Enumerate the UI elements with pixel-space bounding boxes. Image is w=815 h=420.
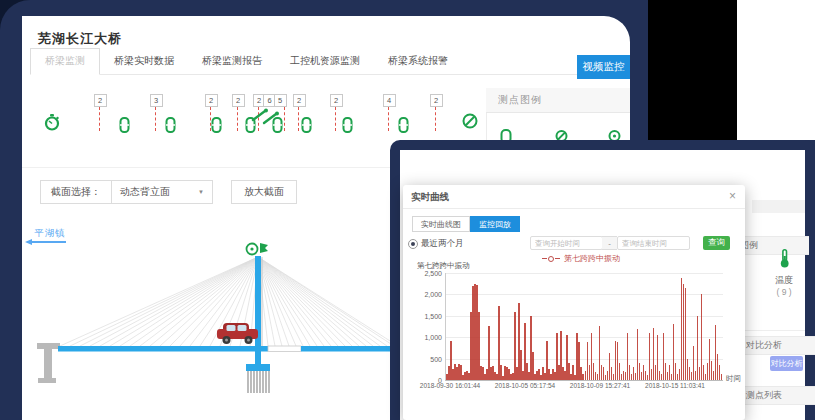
realtime-curve-modal: 实时曲线 × 实时曲线图 监控回放 最近两个月 - 查询 第七跨跨中振动 第七跨… (403, 185, 745, 420)
close-icon[interactable]: × (729, 189, 736, 203)
black-overlay (648, 0, 737, 140)
zoom-section-button[interactable]: 放大截面 (231, 180, 297, 204)
tab-monitor-report[interactable]: 桥梁监测报告 (188, 49, 276, 74)
modal-tabbar: 实时曲线图 监控回放 (412, 216, 520, 232)
screen: 芜湖长江大桥 桥梁监测 桥梁实时数据 桥梁监测报告 工控机资源监测 桥梁系统报警… (0, 0, 815, 420)
sensor-marker-dash (237, 107, 238, 131)
video-monitor-button[interactable]: 视频监控 (577, 55, 630, 79)
query-button[interactable]: 查询 (703, 236, 730, 250)
background-panel-strip (752, 200, 805, 213)
section-select-dropdown[interactable]: 动态背立面 ▼ (111, 180, 213, 204)
sensor-count-badge[interactable]: 2 (232, 94, 245, 107)
tower-pier-cap (246, 364, 270, 371)
link-icon[interactable] (119, 117, 130, 137)
range-radio[interactable] (408, 239, 418, 249)
vibration-bar (721, 374, 723, 380)
white-overlay (737, 0, 815, 140)
section-controls: 截面选择： 动态背立面 ▼ 放大截面 (40, 180, 297, 204)
y-tick-label: 2,000 (424, 291, 442, 298)
clock-icon[interactable] (44, 114, 60, 135)
vibration-chart[interactable]: 05001,0001,5002,0002,500 (445, 273, 723, 381)
sensor-marker-dash (388, 107, 389, 131)
start-time-input[interactable] (530, 236, 603, 250)
sensor-marker-dash (335, 107, 336, 131)
sensor-marker-dash (298, 107, 299, 131)
chevron-down-icon: ▼ (198, 189, 204, 195)
section-select-value: 动态背立面 (120, 185, 170, 199)
sensor-count-badge[interactable]: 2 (205, 94, 218, 107)
legend-series-label: 第七跨跨中振动 (564, 253, 620, 264)
deck-joint (268, 346, 301, 352)
temperature-label: 温度 (766, 274, 802, 287)
link-icon[interactable] (301, 117, 312, 137)
no-entry-icon[interactable] (462, 113, 478, 133)
sensor-count-badge[interactable]: 2 (293, 94, 306, 107)
chart-legend[interactable]: 第七跨跨中振动 (541, 253, 620, 264)
main-tabbar: 桥梁监测 桥梁实时数据 桥梁监测报告 工控机资源监测 桥梁系统报警 (30, 52, 622, 75)
query-row: 最近两个月 - 查询 (403, 236, 745, 252)
bridge-deck (301, 346, 398, 352)
thermometer-icon (778, 249, 791, 268)
modal-header: 实时曲线 × (403, 185, 745, 209)
tab-realtime-curve[interactable]: 实时曲线图 (412, 216, 470, 232)
left-pier (37, 343, 60, 383)
x-tick-label: 2018-10-15 11:03:41 (645, 382, 705, 389)
legend-marker-circle (548, 256, 554, 262)
divider (745, 330, 805, 331)
link-icon[interactable] (211, 117, 222, 137)
sensor-count-badge[interactable]: 5 (274, 94, 287, 107)
legend-panel-header: 测点图例 (486, 88, 630, 113)
tab-bridge-monitor[interactable]: 桥梁监测 (30, 48, 100, 75)
y-tick-label: 1,000 (424, 334, 442, 341)
x-tick-label: 2018-10-09 15:27:41 (570, 382, 630, 389)
end-time-input[interactable] (617, 236, 690, 250)
y-tick-label: 500 (430, 355, 442, 362)
y-tick-label: 2,500 (424, 270, 442, 277)
sensor-count-badge[interactable]: 2 (94, 94, 107, 107)
tab-system-alarm[interactable]: 桥梁系统报警 (374, 49, 462, 74)
temperature-sensor-item[interactable]: 温度 ( 9 ) (766, 249, 802, 297)
bridge-deck (58, 346, 268, 352)
legend-panel-title: 测点图例 (486, 93, 542, 107)
sensor-marker-dash (99, 107, 100, 131)
modal-title: 实时曲线 (411, 191, 449, 204)
direction-label: 平湖镇 (30, 227, 70, 240)
lever-icon[interactable] (262, 111, 280, 129)
link-icon[interactable] (398, 117, 409, 137)
range-radio-label: 最近两个月 (421, 238, 464, 250)
sensor-count-badge[interactable]: 2 (330, 94, 343, 107)
section-select-label: 截面选择： (40, 180, 112, 204)
gridline (446, 273, 723, 274)
legend-marker (555, 258, 560, 259)
bridge-schematic[interactable] (25, 240, 398, 416)
chart-xaxis-label: 时间 (726, 374, 741, 384)
tower-top-sensor-icons (247, 243, 269, 255)
tab-monitor-playback[interactable]: 监控回放 (470, 216, 520, 232)
temperature-count: ( 9 ) (766, 287, 802, 297)
link-icon[interactable] (342, 117, 353, 137)
sensor-marker-dash (155, 107, 156, 131)
legend-marker (542, 258, 547, 259)
sensor-count-badge[interactable]: 3 (150, 94, 163, 107)
x-tick-label: 2018-10-05 05:17:54 (495, 382, 555, 389)
sensor-count-badge[interactable]: 2 (430, 94, 443, 107)
tower-pier-comb (248, 371, 269, 393)
sensor-marker-dash (435, 107, 436, 131)
compare-analysis-button[interactable]: 对比分析 (770, 356, 803, 371)
page-title: 芜湖长江大桥 (38, 30, 122, 48)
x-tick-label: 2018-09-30 16:01:44 (420, 382, 480, 389)
tab-realtime-data[interactable]: 桥梁实时数据 (100, 49, 188, 74)
sensor-count-badge[interactable]: 4 (383, 94, 396, 107)
range-separator: - (602, 236, 617, 250)
tab-ipc-resource[interactable]: 工控机资源监测 (276, 49, 374, 74)
link-icon[interactable] (165, 117, 176, 137)
y-tick-label: 1,500 (424, 312, 442, 319)
sensor-marker-dash (284, 107, 285, 131)
